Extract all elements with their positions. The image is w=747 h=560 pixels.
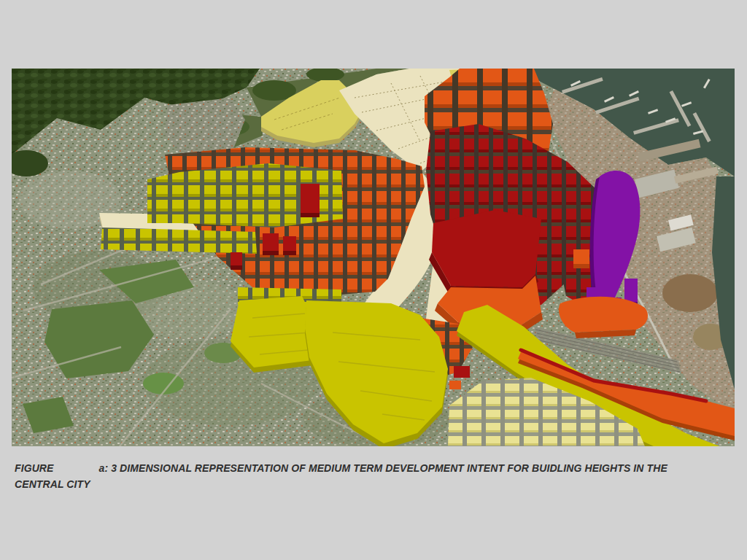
- figure-caption: FIGUREa: 3 DIMENSIONAL REPRESENTATION OF…: [15, 460, 728, 492]
- figure-label: FIGURE: [15, 462, 54, 474]
- figure-caption-text: a: 3 DIMENSIONAL REPRESENTATION OF MEDIU…: [15, 462, 667, 490]
- map-3d-visualization: [12, 69, 735, 446]
- flat-yellow-zone-left: [231, 296, 318, 373]
- slide: FIGUREa: 3 DIMENSIONAL REPRESENTATION OF…: [0, 0, 747, 560]
- map-svg: [12, 69, 735, 446]
